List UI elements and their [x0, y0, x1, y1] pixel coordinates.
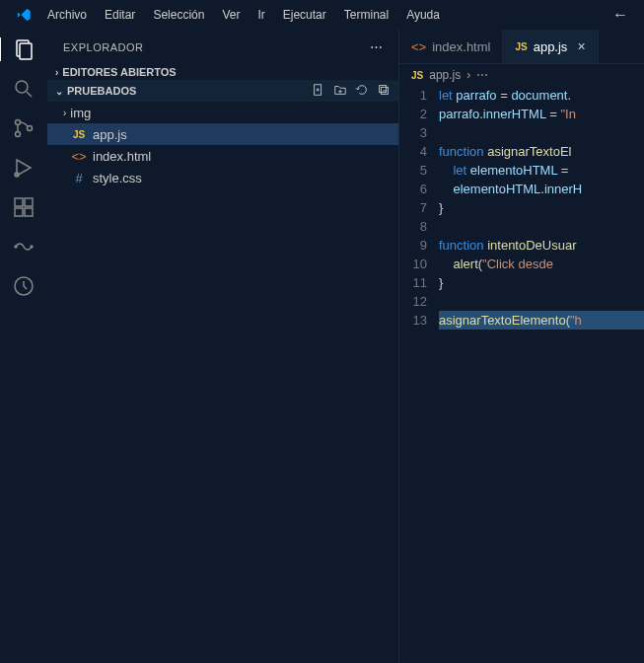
code-content[interactable]: let parrafo = document.parrafo.innerHTML…	[439, 86, 644, 663]
file-tree: ›imgJSapp.js<>index.html#style.css	[47, 102, 398, 188]
svg-point-5	[16, 132, 21, 137]
line-numbers: 12345678910111213	[399, 86, 439, 663]
editor-tabs: <>index.htmlJSapp.js×	[399, 30, 644, 64]
code-area[interactable]: 12345678910111213 let parrafo = document…	[399, 86, 644, 663]
open-editors-section[interactable]: › EDITORES ABIERTOS	[47, 64, 398, 80]
titlebar: ArchivoEditarSelecciónVerIrEjecutarTermi…	[0, 0, 644, 30]
run-debug-icon[interactable]	[12, 156, 36, 180]
menu-editar[interactable]: Editar	[97, 4, 143, 26]
back-arrow-icon[interactable]: ←	[612, 6, 628, 24]
chevron-right-icon: ›	[55, 67, 58, 78]
svg-rect-10	[15, 208, 23, 216]
refresh-icon[interactable]	[355, 83, 369, 99]
new-file-icon[interactable]	[312, 83, 325, 99]
explorer-sidebar: EXPLORADOR ⋯ › EDITORES ABIERTOS ⌄ PRUEB…	[47, 30, 399, 663]
svg-rect-8	[15, 198, 23, 206]
breadcrumb[interactable]: JS app.js › ⋯	[399, 64, 644, 86]
js-file-icon: JS	[411, 70, 423, 81]
svg-point-4	[16, 120, 21, 125]
main-menu: ArchivoEditarSelecciónVerIrEjecutarTermi…	[39, 4, 448, 26]
svg-point-6	[28, 126, 33, 131]
menu-selección[interactable]: Selección	[145, 4, 212, 26]
tree-item-style-css[interactable]: #style.css	[47, 167, 398, 188]
svg-rect-20	[380, 86, 387, 93]
sidebar-title: EXPLORADOR	[63, 41, 143, 53]
tree-item-app-js[interactable]: JSapp.js	[47, 123, 398, 145]
workspace-root[interactable]: ⌄ PRUEBADOS	[47, 80, 398, 102]
tree-item-img[interactable]: ›img	[47, 102, 398, 123]
live-share-icon[interactable]	[12, 235, 36, 258]
menu-ir[interactable]: Ir	[250, 4, 272, 26]
extensions-icon[interactable]	[12, 195, 36, 219]
menu-ver[interactable]: Ver	[214, 4, 248, 26]
svg-point-2	[16, 81, 28, 93]
tree-item-index-html[interactable]: <>index.html	[47, 145, 398, 167]
chevron-down-icon: ⌄	[55, 86, 63, 97]
tab-index-html[interactable]: <>index.html	[399, 30, 503, 63]
sidebar-more-icon[interactable]: ⋯	[370, 39, 383, 54]
svg-rect-9	[25, 198, 33, 206]
timeline-icon[interactable]	[12, 274, 36, 298]
close-icon[interactable]: ×	[577, 38, 585, 54]
editor: <>index.htmlJSapp.js× JS app.js › ⋯ 1234…	[399, 30, 644, 663]
activity-bar	[0, 30, 47, 663]
svg-rect-11	[25, 208, 33, 216]
tab-app-js[interactable]: JSapp.js×	[503, 30, 598, 63]
menu-terminal[interactable]: Terminal	[336, 4, 396, 26]
menu-ejecutar[interactable]: Ejecutar	[275, 4, 334, 26]
breadcrumb-more-icon: ⋯	[476, 68, 488, 82]
explorer-icon[interactable]	[0, 37, 46, 61]
source-control-icon[interactable]	[12, 116, 36, 140]
chevron-right-icon: ›	[466, 68, 470, 82]
collapse-all-icon[interactable]	[377, 83, 391, 99]
vscode-logo-icon	[16, 7, 32, 23]
svg-rect-1	[20, 43, 32, 59]
new-folder-icon[interactable]	[333, 83, 347, 99]
search-icon[interactable]	[12, 77, 36, 101]
svg-line-3	[27, 92, 32, 97]
menu-archivo[interactable]: Archivo	[39, 4, 95, 26]
menu-ayuda[interactable]: Ayuda	[398, 4, 448, 26]
